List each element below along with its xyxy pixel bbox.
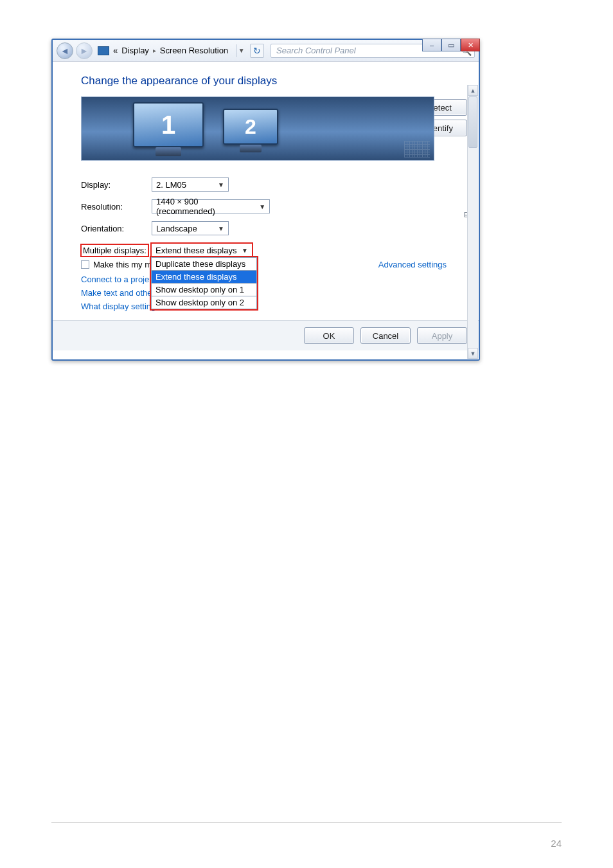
maximize-button[interactable]: ▭ [441,39,461,51]
main-display-label-fragment: Make this my m [93,260,152,269]
monitor-grid-icon [404,141,430,158]
nav-forward-button[interactable]: ► [76,42,93,59]
display-label: Display: [81,180,152,190]
window-controls: – ▭ ✕ [422,39,480,51]
control-panel-icon [98,46,109,55]
monitor-2-stand [240,145,262,152]
resolution-select-value: 1440 × 900 (recommended) [156,197,258,216]
refresh-button[interactable]: ↻ [250,44,264,58]
cancel-button[interactable]: Cancel [360,327,411,344]
resolution-label: Resolution: [81,202,152,212]
vertical-scrollbar[interactable]: ▲ ▼ [467,85,478,359]
minimize-button[interactable]: – [422,39,441,51]
resolution-select[interactable]: 1440 × 900 (recommended) ▼ [152,199,270,213]
display-select-value: 2. LM05 [156,180,186,190]
breadcrumb-screen-resolution[interactable]: Screen Resolution [160,46,228,55]
breadcrumb-separator: ▸ [153,47,156,54]
chevron-down-icon: ▼ [258,203,267,210]
screen-resolution-window: – ▭ ✕ ◄ ► « Display ▸ Screen Resolution … [51,39,480,361]
search-placeholder: Search Control Panel [276,46,356,55]
page-footer-rule [51,822,562,823]
connect-projector-link-fragment[interactable]: Connect to a proje [81,275,149,284]
multiple-displays-option[interactable]: Extend these displays [151,271,257,284]
chevron-down-icon: ▼ [217,181,226,188]
apply-button[interactable]: Apply [417,327,467,344]
multiple-displays-option[interactable]: Show desktop only on 2 [151,296,257,309]
content-area: E Detect Identify Change the appearance … [53,62,479,359]
breadcrumb[interactable]: « Display ▸ Screen Resolution ▼ [98,44,246,57]
nav-bar: ◄ ► « Display ▸ Screen Resolution ▼ ↻ Se… [53,40,479,62]
orientation-select-value: Landscape [156,224,197,233]
orientation-select[interactable]: Landscape ▼ [152,221,229,235]
scroll-down-button[interactable]: ▼ [468,348,478,359]
monitor-1-stand [155,147,181,156]
multiple-displays-option[interactable]: Duplicate these displays [151,257,257,271]
display-select[interactable]: 2. LM05 ▼ [152,177,229,192]
page-title: Change the appearance of your displays [81,75,461,87]
ok-button[interactable]: OK [304,327,354,344]
breadcrumb-display[interactable]: Display [121,46,149,55]
orientation-label: Orientation: [81,224,152,233]
chevron-down-icon: ▼ [240,247,249,254]
chevron-down-icon: ▼ [217,225,226,232]
scroll-thumb[interactable] [468,96,477,148]
main-display-checkbox[interactable] [81,260,89,269]
page-number: 24 [551,838,562,849]
breadcrumb-chevrons: « [113,46,118,55]
breadcrumb-dropdown[interactable]: ▼ [236,44,246,57]
multiple-displays-option[interactable]: Show desktop only on 1 [151,284,257,296]
scroll-up-button[interactable]: ▲ [468,85,478,96]
close-button[interactable]: ✕ [461,39,480,51]
multiple-displays-label: Multiple displays: [81,244,148,257]
multiple-displays-dropdown[interactable]: Duplicate these displaysExtend these dis… [151,257,257,309]
multiple-displays-value: Extend these displays [155,246,236,255]
dialog-buttons: OK Cancel Apply [53,320,479,350]
monitor-1[interactable]: 1 [133,102,204,147]
multiple-displays-select[interactable]: Extend these displays ▼ Duplicate these … [151,243,253,257]
monitor-2[interactable]: 2 [223,109,278,145]
display-arrangement[interactable]: 1 2 [81,96,434,161]
nav-back-button[interactable]: ◄ [57,42,73,59]
